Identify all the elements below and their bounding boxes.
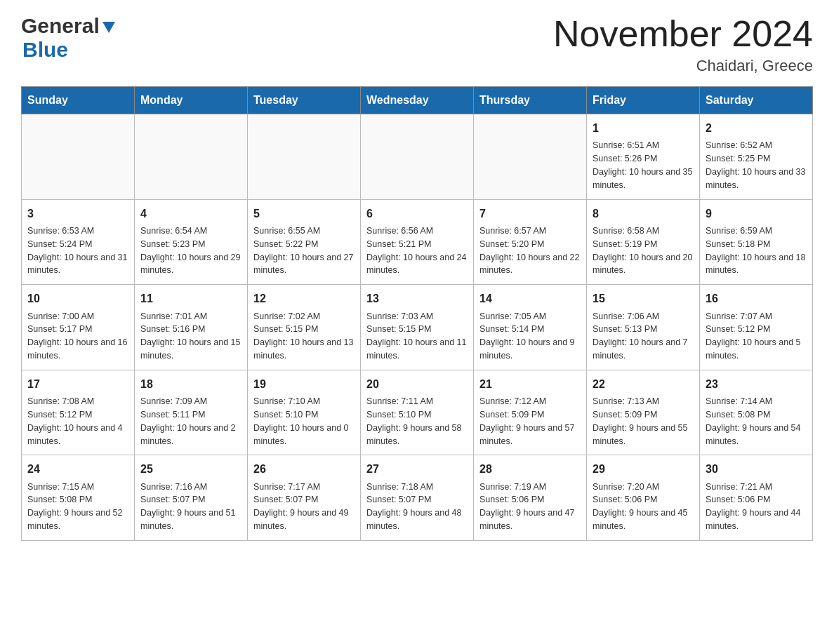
day-cell: 25Sunrise: 7:16 AMSunset: 5:07 PMDayligh… — [135, 455, 248, 541]
day-number: 14 — [479, 290, 581, 307]
weekday-header-friday: Friday — [587, 87, 700, 114]
day-number: 24 — [27, 461, 128, 477]
day-info: Sunrise: 6:55 AMSunset: 5:22 PMDaylight:… — [253, 226, 353, 276]
day-info: Sunrise: 7:20 AMSunset: 5:06 PMDaylight:… — [593, 482, 688, 532]
day-number: 28 — [479, 461, 581, 477]
day-number: 4 — [140, 206, 241, 222]
day-cell: 24Sunrise: 7:15 AMSunset: 5:08 PMDayligh… — [22, 455, 135, 541]
day-cell: 28Sunrise: 7:19 AMSunset: 5:06 PMDayligh… — [474, 455, 587, 541]
day-cell: 10Sunrise: 7:00 AMSunset: 5:17 PMDayligh… — [22, 285, 135, 370]
day-cell: 7Sunrise: 6:57 AMSunset: 5:20 PMDaylight… — [474, 199, 587, 285]
day-number: 27 — [366, 461, 468, 477]
day-info: Sunrise: 6:54 AMSunset: 5:23 PMDaylight:… — [140, 226, 240, 276]
day-info: Sunrise: 7:02 AMSunset: 5:15 PMDaylight:… — [253, 311, 353, 361]
day-cell: 5Sunrise: 6:55 AMSunset: 5:22 PMDaylight… — [248, 199, 361, 285]
day-number: 29 — [593, 461, 694, 477]
day-number: 2 — [706, 120, 807, 136]
day-cell: 26Sunrise: 7:17 AMSunset: 5:07 PMDayligh… — [248, 455, 361, 541]
day-number: 3 — [27, 206, 128, 222]
day-number: 6 — [366, 206, 468, 222]
day-cell: 13Sunrise: 7:03 AMSunset: 5:15 PMDayligh… — [361, 285, 474, 370]
day-number: 12 — [253, 290, 355, 307]
weekday-header-wednesday: Wednesday — [361, 87, 474, 114]
day-cell: 8Sunrise: 6:58 AMSunset: 5:19 PMDaylight… — [587, 199, 700, 285]
day-number: 19 — [253, 376, 355, 392]
day-number: 20 — [366, 376, 468, 392]
week-row-5: 24Sunrise: 7:15 AMSunset: 5:08 PMDayligh… — [22, 455, 813, 541]
day-cell: 30Sunrise: 7:21 AMSunset: 5:06 PMDayligh… — [700, 455, 813, 541]
day-info: Sunrise: 7:01 AMSunset: 5:16 PMDaylight:… — [140, 311, 240, 361]
day-cell: 18Sunrise: 7:09 AMSunset: 5:11 PMDayligh… — [135, 370, 248, 455]
day-info: Sunrise: 7:16 AMSunset: 5:07 PMDaylight:… — [140, 482, 236, 532]
day-info: Sunrise: 7:06 AMSunset: 5:13 PMDaylight:… — [593, 311, 688, 361]
day-cell: 15Sunrise: 7:06 AMSunset: 5:13 PMDayligh… — [587, 285, 700, 370]
day-info: Sunrise: 7:09 AMSunset: 5:11 PMDaylight:… — [140, 396, 236, 446]
week-row-1: 1Sunrise: 6:51 AMSunset: 5:26 PMDaylight… — [22, 114, 813, 200]
day-number: 5 — [253, 206, 355, 222]
weekday-header-monday: Monday — [135, 87, 248, 114]
day-info: Sunrise: 7:21 AMSunset: 5:06 PMDaylight:… — [706, 482, 801, 532]
day-cell — [22, 114, 135, 200]
day-info: Sunrise: 7:18 AMSunset: 5:07 PMDaylight:… — [366, 482, 462, 532]
day-cell: 22Sunrise: 7:13 AMSunset: 5:09 PMDayligh… — [587, 370, 700, 455]
day-number: 30 — [706, 461, 807, 477]
day-info: Sunrise: 7:19 AMSunset: 5:06 PMDaylight:… — [479, 482, 575, 532]
day-number: 21 — [479, 376, 581, 392]
day-number: 25 — [140, 461, 241, 477]
day-cell — [248, 114, 361, 200]
logo-arrow-icon — [101, 19, 117, 34]
day-cell: 27Sunrise: 7:18 AMSunset: 5:07 PMDayligh… — [361, 455, 474, 541]
day-info: Sunrise: 7:14 AMSunset: 5:08 PMDaylight:… — [706, 396, 801, 446]
day-info: Sunrise: 6:58 AMSunset: 5:19 PMDaylight:… — [593, 226, 692, 276]
day-cell: 21Sunrise: 7:12 AMSunset: 5:09 PMDayligh… — [474, 370, 587, 455]
day-number: 1 — [593, 120, 694, 136]
day-number: 9 — [706, 206, 807, 222]
logo-general-text: General — [21, 14, 100, 38]
day-cell — [361, 114, 474, 200]
day-info: Sunrise: 7:12 AMSunset: 5:09 PMDaylight:… — [479, 396, 575, 446]
week-row-3: 10Sunrise: 7:00 AMSunset: 5:17 PMDayligh… — [22, 285, 813, 370]
day-cell: 1Sunrise: 6:51 AMSunset: 5:26 PMDaylight… — [587, 114, 700, 200]
day-cell: 19Sunrise: 7:10 AMSunset: 5:10 PMDayligh… — [248, 370, 361, 455]
day-cell: 12Sunrise: 7:02 AMSunset: 5:15 PMDayligh… — [248, 285, 361, 370]
day-info: Sunrise: 6:59 AMSunset: 5:18 PMDaylight:… — [706, 226, 805, 276]
week-row-4: 17Sunrise: 7:08 AMSunset: 5:12 PMDayligh… — [22, 370, 813, 455]
week-row-2: 3Sunrise: 6:53 AMSunset: 5:24 PMDaylight… — [22, 199, 813, 285]
weekday-header-row: SundayMondayTuesdayWednesdayThursdayFrid… — [22, 87, 813, 114]
month-title: November 2024 — [553, 14, 813, 54]
calendar-table: SundayMondayTuesdayWednesdayThursdayFrid… — [21, 86, 813, 541]
day-number: 23 — [706, 376, 807, 392]
day-info: Sunrise: 7:03 AMSunset: 5:15 PMDaylight:… — [366, 311, 466, 361]
day-info: Sunrise: 6:57 AMSunset: 5:20 PMDaylight:… — [479, 226, 579, 276]
day-cell: 6Sunrise: 6:56 AMSunset: 5:21 PMDaylight… — [361, 199, 474, 285]
logo-blue-text: Blue — [22, 38, 68, 61]
day-info: Sunrise: 7:17 AMSunset: 5:07 PMDaylight:… — [253, 482, 349, 532]
day-number: 15 — [593, 290, 694, 307]
day-number: 18 — [140, 376, 241, 392]
day-info: Sunrise: 7:07 AMSunset: 5:12 PMDaylight:… — [706, 311, 801, 361]
day-cell: 20Sunrise: 7:11 AMSunset: 5:10 PMDayligh… — [361, 370, 474, 455]
day-cell: 9Sunrise: 6:59 AMSunset: 5:18 PMDaylight… — [700, 199, 813, 285]
day-cell: 16Sunrise: 7:07 AMSunset: 5:12 PMDayligh… — [700, 285, 813, 370]
day-number: 22 — [593, 376, 694, 392]
day-info: Sunrise: 7:08 AMSunset: 5:12 PMDaylight:… — [27, 396, 123, 446]
logo: General Blue — [21, 14, 117, 62]
page-header: General Blue November 2024 Chaidari, Gre… — [21, 14, 813, 75]
weekday-header-thursday: Thursday — [474, 87, 587, 114]
day-info: Sunrise: 7:11 AMSunset: 5:10 PMDaylight:… — [366, 396, 462, 446]
day-number: 26 — [253, 461, 355, 477]
day-number: 17 — [27, 376, 128, 392]
day-info: Sunrise: 7:15 AMSunset: 5:08 PMDaylight:… — [27, 482, 123, 532]
day-info: Sunrise: 7:00 AMSunset: 5:17 PMDaylight:… — [27, 311, 127, 361]
day-cell: 14Sunrise: 7:05 AMSunset: 5:14 PMDayligh… — [474, 285, 587, 370]
day-info: Sunrise: 7:13 AMSunset: 5:09 PMDaylight:… — [593, 396, 688, 446]
day-number: 16 — [706, 290, 807, 307]
day-cell: 17Sunrise: 7:08 AMSunset: 5:12 PMDayligh… — [22, 370, 135, 455]
day-info: Sunrise: 6:53 AMSunset: 5:24 PMDaylight:… — [27, 226, 127, 276]
day-number: 7 — [479, 206, 581, 222]
day-cell — [474, 114, 587, 200]
location-title: Chaidari, Greece — [553, 57, 813, 75]
day-info: Sunrise: 7:05 AMSunset: 5:14 PMDaylight:… — [479, 311, 575, 361]
day-number: 13 — [366, 290, 468, 307]
day-number: 10 — [27, 290, 128, 307]
